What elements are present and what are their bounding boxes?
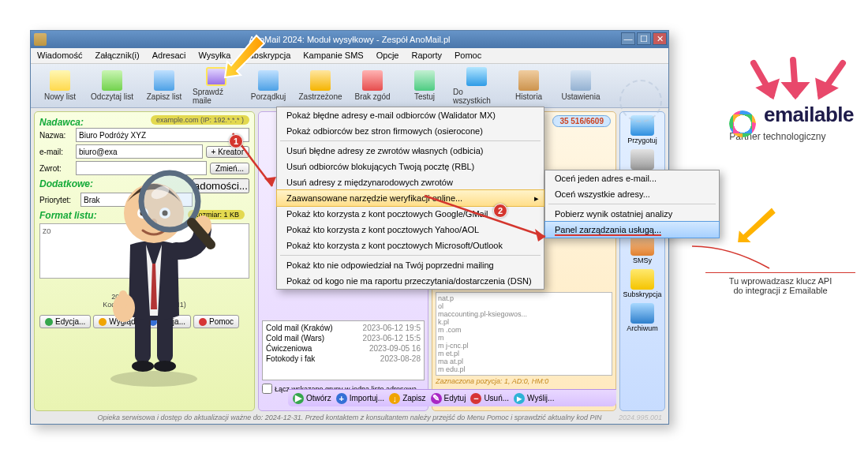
sender-btn-2[interactable]: Sesja...: [144, 315, 191, 328]
toolbar-odczytaj-list[interactable]: Odczytaj list: [88, 66, 137, 106]
zmien-button[interactable]: Zmień...: [210, 163, 249, 174]
sidebar-pobierz[interactable]: [630, 149, 654, 170]
menu-item[interactable]: Pobierz wynik ostatniej analizy: [545, 206, 719, 222]
message-textarea[interactable]: zo: [39, 223, 249, 279]
menu-item[interactable]: Panel zarządzania usługą...: [544, 221, 720, 238]
zapisz-list-icon: [154, 70, 174, 91]
menu-subskrypcja[interactable]: Subskrypcja: [237, 48, 297, 63]
pink-arrows-icon: [742, 57, 860, 112]
menu-item[interactable]: Usuń błędne adresy ze zwrotów własnych (…: [277, 143, 544, 159]
group-row[interactable]: Cold mail (Kraków)2023-06-12 19:5: [264, 323, 422, 333]
toolbar-ustawienia[interactable]: Ustawienia: [556, 66, 605, 106]
toolbar-porzadkuj[interactable]: Porządkuj: [244, 66, 293, 106]
brak-zgod-icon: [362, 70, 383, 91]
toolbar-do-wszystkich[interactable]: Do wszystkich: [452, 66, 501, 106]
right-sidebar: PrzygotujAntyspamSMSySubskrypcjaArchiwum: [619, 111, 665, 411]
menu-item[interactable]: Usuń adresy z międzynarodowych zwrotów: [277, 174, 544, 190]
recipient-row[interactable]: m et.pl: [438, 350, 610, 358]
titlebar: AnoMail 2024: Moduł wysyłkowy - Zespół A…: [31, 31, 668, 48]
menu-pomoc[interactable]: Pomoc: [448, 48, 488, 63]
odczytaj-list-icon: [102, 70, 122, 91]
minimize-button[interactable]: —: [621, 32, 635, 45]
wiadomosci-button[interactable]: adomości...: [193, 178, 249, 193]
menu-item[interactable]: Pokaż odbiorców bez stron firmowych (osi…: [277, 123, 544, 139]
recipient-row[interactable]: maccounting.pl-ksiegowos...: [438, 310, 610, 318]
app-icon: [34, 33, 47, 46]
ustawienia-icon: [571, 70, 591, 91]
sender-header: Nadawca:: [39, 117, 84, 128]
action-usun[interactable]: −Usuń...: [470, 393, 509, 404]
selection-info: Zaznaczona pozycja: 1, AD:0, HM:0: [436, 377, 612, 385]
menu-item[interactable]: Usuń odbiorców blokujących Twoją pocztę …: [277, 159, 544, 174]
size-badge: Rozmiar: 1 KB: [188, 210, 245, 219]
recipient-row[interactable]: ma at.pl: [438, 358, 610, 365]
window-buttons: — ☐ ✕: [621, 32, 667, 45]
menu-wiadomość[interactable]: Wiadomość: [31, 48, 88, 63]
prio-input[interactable]: [80, 193, 135, 207]
menu-wysyłka[interactable]: Wysyłka: [193, 48, 238, 63]
menu-item[interactable]: Pokaż błędne adresy e-mail odbiorców (Wa…: [277, 107, 544, 123]
group-row[interactable]: Ćwiczeniowa2023-09-05 16: [264, 343, 422, 354]
menu-kampanie sms[interactable]: Kampanie SMS: [297, 48, 369, 63]
group-row[interactable]: Fotokody i fak2023-08-28: [264, 354, 422, 364]
sidebar-archiwum[interactable]: Archiwum: [627, 303, 658, 332]
menu-item[interactable]: Pokaż kto nie odpowiedział na Twój poprz…: [277, 257, 544, 273]
sender-btn-1[interactable]: Wygląd: [93, 315, 140, 328]
annotation-number-2: 2: [493, 204, 507, 218]
recipient-row[interactable]: nat.p: [438, 294, 610, 302]
menu-adresaci[interactable]: Adresaci: [146, 48, 193, 63]
sidebar-smsy[interactable]: SMSy: [630, 235, 654, 264]
action-importuj[interactable]: +Importuj...: [336, 393, 384, 404]
action-otworz[interactable]: ▶Otwórz: [293, 393, 331, 404]
sidebar-subskrypcja[interactable]: Subskrypcja: [623, 269, 661, 298]
maximize-button[interactable]: ☐: [637, 32, 651, 45]
toolbar-nowy-list[interactable]: Nowy list: [36, 66, 84, 106]
recipient-row[interactable]: k.pl: [438, 318, 610, 326]
name-label: Nazwa:: [39, 131, 73, 140]
zwrot-input[interactable]: [76, 161, 207, 175]
kreator-button[interactable]: + Kreator: [206, 146, 249, 158]
toolbar-zastrzezone[interactable]: Zastrzeżone: [296, 66, 345, 106]
context-menu: Pokaż błędne adresy e-mail odbiorców (Wa…: [276, 107, 544, 290]
recipient-row[interactable]: m j-cnc.pl: [438, 342, 610, 350]
toolbar-testuj[interactable]: Testuj: [400, 66, 449, 106]
toolbar-sprawdz-maile[interactable]: Sprawdź maile: [192, 66, 241, 106]
menu-item[interactable]: Pokaż od kogo nie ma raportu przeczytani…: [277, 273, 544, 289]
toolbar-brak-zgod[interactable]: Brak zgód: [348, 66, 397, 106]
recipient-row[interactable]: m: [438, 334, 610, 342]
yellow-arrow-submenu: [734, 204, 778, 245]
action-wyslij[interactable]: ►Wyślij...: [514, 393, 554, 404]
name-input[interactable]: [76, 128, 249, 142]
menu-opcje[interactable]: Opcje: [370, 48, 406, 63]
do-wszystkich-icon: [466, 67, 487, 86]
merge-checkbox[interactable]: [262, 384, 272, 394]
recipient-row[interactable]: m edu.pl: [438, 365, 610, 373]
menu-item[interactable]: Pokaż kto korzysta z kont pocztowych Mic…: [277, 238, 544, 253]
sender-btn-0[interactable]: Edycja...: [39, 315, 91, 328]
menu-item[interactable]: Pokaż kto korzysta z kont pocztowych Yah…: [277, 222, 544, 238]
recipient-row[interactable]: ol: [438, 302, 610, 310]
menu-item[interactable]: Oceń jeden adres e-mail...: [545, 170, 719, 186]
group-row[interactable]: Cold mail (Wars)2023-06-12 15:5: [264, 333, 422, 343]
zwrot-label: Zwrot:: [39, 164, 73, 173]
recipient-row[interactable]: m .com: [438, 326, 610, 334]
pobierz-icon: [630, 149, 654, 170]
footnote: Opieka serwisowa i dostęp do aktualizacj…: [31, 414, 668, 421]
action-edytuj[interactable]: ✎Edytuj: [431, 393, 466, 404]
action-zapisz[interactable]: ↓Zapisz: [389, 393, 425, 404]
extra-header: Dodatkowe:: [39, 178, 93, 189]
counter-badge: 35 516/6609: [552, 115, 611, 127]
menu-raporty[interactable]: Raporty: [405, 48, 448, 63]
toolbar-historia[interactable]: Historia: [504, 66, 553, 106]
toolbar-zapisz-list[interactable]: Zapisz list: [140, 66, 189, 106]
email-input[interactable]: [76, 144, 203, 159]
menu-załącznik(i)[interactable]: Załącznik(i): [88, 48, 145, 63]
sender-buttons: Edycja...WyglądSesja...Pomoc: [39, 315, 249, 328]
menu-item[interactable]: Oceń wszystkie adresy...: [545, 186, 719, 202]
encoding-info: Da ody : 2024-0 6 (nie ) 09:12 Kodowanie…: [39, 285, 249, 309]
kat-input[interactable]: [138, 193, 193, 207]
recipients-list[interactable]: nat.polmaccounting.pl-ksiegowos... k.plm…: [436, 292, 612, 376]
close-button[interactable]: ✕: [653, 32, 667, 45]
sender-btn-3[interactable]: Pomoc: [193, 315, 239, 328]
groups-list[interactable]: Cold mail (Kraków)2023-06-12 19:5Cold ma…: [262, 320, 425, 380]
